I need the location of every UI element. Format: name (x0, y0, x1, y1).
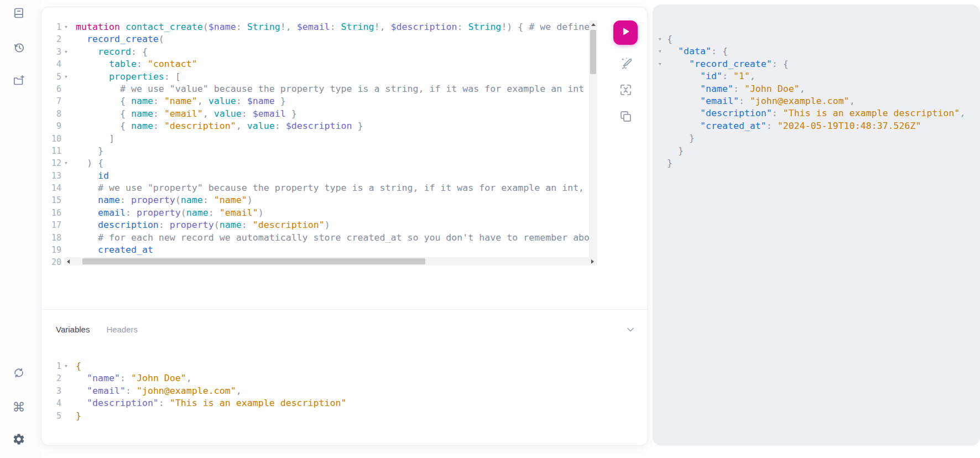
code-text: table: "contact" (76, 58, 197, 70)
code-text: { (76, 360, 81, 372)
code-text: email: property(name: "email") (76, 207, 264, 219)
fold-arrow-icon[interactable]: ▾ (657, 58, 667, 70)
code-line: ▾{ (657, 33, 976, 45)
fold-gutter (61, 232, 76, 244)
history-button[interactable] (12, 41, 26, 56)
code-text: record_create( (76, 33, 164, 45)
code-line: 13 id (50, 170, 589, 182)
code-line: 9 { name: "description", value: $descrip… (50, 120, 589, 132)
code-line: 11 } (50, 145, 589, 157)
scroll-up-arrow-icon[interactable] (589, 20, 597, 29)
line-number: 15 (50, 194, 61, 206)
fold-gutter (61, 397, 76, 409)
code-line: 10 ] (50, 133, 589, 145)
code-text: # we use "value" because the property ty… (76, 83, 584, 95)
horizontal-scroll-track[interactable] (72, 257, 588, 266)
code-text: "email": "john@example.com", (76, 385, 242, 397)
code-line: 12▾ ) { (50, 157, 589, 169)
code-line: "name": "John Doe", (657, 83, 976, 95)
fold-gutter (61, 207, 76, 219)
code-line: 5▾ properties: [ (50, 71, 589, 83)
response-pane: ▾{▾ "data": {▾ "record_create": { "id": … (653, 4, 980, 446)
code-text: # we use "property" because the property… (76, 182, 584, 194)
code-text: } (667, 157, 673, 169)
fold-gutter (657, 157, 667, 169)
tab-variables[interactable]: Variables (56, 325, 90, 334)
fold-arrow-icon[interactable]: ▾ (657, 45, 667, 58)
code-text: ) { (76, 157, 103, 169)
code-text: "description": "This is an example descr… (76, 397, 347, 409)
line-number: 17 (50, 219, 61, 231)
fold-arrow-icon[interactable]: ▾ (61, 21, 76, 33)
refetch-schema-button[interactable] (12, 367, 26, 381)
fold-gutter (61, 58, 76, 70)
line-number: 14 (50, 182, 61, 194)
code-line: 17 description: property(name: "descript… (50, 219, 589, 231)
code-text: "name": "John Doe", (667, 83, 805, 95)
collections-button[interactable] (12, 75, 26, 89)
fold-arrow-icon[interactable]: ▾ (61, 360, 76, 372)
code-line: 14 # we use "property" because the prope… (50, 182, 589, 194)
line-number: 20 (50, 256, 61, 268)
fold-gutter (61, 194, 76, 206)
merge-fragments-button[interactable] (616, 81, 635, 100)
fold-gutter (61, 83, 76, 95)
code-text: record: { (76, 46, 148, 58)
shortcuts-button[interactable]: ⌘ (12, 400, 26, 414)
editor-horizontal-scrollbar[interactable] (64, 257, 597, 266)
code-line: 4 "description": "This is an example des… (50, 397, 598, 409)
code-text: { name: "name", value: $name } (76, 95, 286, 107)
code-line: "description": "This is an example descr… (657, 107, 976, 119)
code-text: "name": "John Doe", (76, 372, 192, 384)
line-number: 10 (50, 133, 61, 145)
fold-gutter (657, 95, 667, 107)
execute-play-icon (619, 25, 632, 40)
code-text: { (667, 33, 673, 45)
vertical-scroll-thumb[interactable] (590, 30, 596, 74)
execute-query-button[interactable] (613, 20, 638, 45)
copy-query-button[interactable] (616, 108, 635, 127)
code-text: "data": { (667, 45, 728, 58)
fold-gutter (61, 108, 76, 120)
code-text: { name: "email", value: $email } (76, 108, 297, 120)
code-text: "record_create": { (667, 58, 789, 70)
code-text: # for each new record we automatically s… (76, 232, 589, 244)
fold-gutter (61, 145, 76, 157)
code-line: } (657, 132, 976, 144)
code-line: 18 # for each new record we automaticall… (50, 232, 589, 244)
code-line: } (657, 145, 976, 157)
sidebar: ⌘ (0, 0, 41, 458)
code-text: description: property(name: "description… (76, 219, 330, 231)
docs-button[interactable] (12, 7, 26, 22)
fold-arrow-icon[interactable]: ▾ (61, 157, 76, 169)
fold-arrow-icon[interactable]: ▾ (61, 46, 76, 58)
line-number: 5 (50, 410, 61, 422)
editor-vertical-scrollbar[interactable] (589, 20, 597, 263)
fold-gutter (657, 145, 667, 157)
fold-gutter (61, 95, 76, 107)
code-line: 7 { name: "name", value: $name } (50, 95, 589, 107)
fold-gutter (61, 120, 76, 132)
settings-button[interactable] (12, 433, 26, 447)
horizontal-scroll-thumb[interactable] (82, 258, 425, 264)
fold-arrow-icon[interactable]: ▾ (61, 71, 76, 83)
scroll-right-arrow-icon[interactable] (588, 257, 597, 266)
scroll-left-arrow-icon[interactable] (64, 257, 72, 266)
line-number: 6 (50, 83, 61, 95)
line-number: 2 (50, 33, 61, 45)
merge-fragments-icon (618, 82, 633, 100)
secondary-tabs: Variables Headers (56, 325, 138, 334)
prettify-button[interactable] (616, 55, 635, 74)
line-number: 2 (50, 372, 61, 384)
tab-headers[interactable]: Headers (106, 325, 138, 334)
code-line: } (657, 157, 976, 169)
collapse-variables-button[interactable] (625, 325, 637, 336)
vertical-scroll-track[interactable] (589, 29, 597, 254)
line-number: 9 (50, 120, 61, 132)
query-editor[interactable]: 1▾mutation contact_create($name: String!… (50, 21, 589, 269)
code-line: 6 # we use "value" because the property … (50, 83, 589, 95)
fold-arrow-icon[interactable]: ▾ (657, 33, 667, 45)
variables-editor[interactable]: 1▾{2 "name": "John Doe",3 "email": "john… (50, 360, 598, 426)
line-number: 1 (50, 21, 61, 33)
fold-gutter (61, 244, 76, 256)
